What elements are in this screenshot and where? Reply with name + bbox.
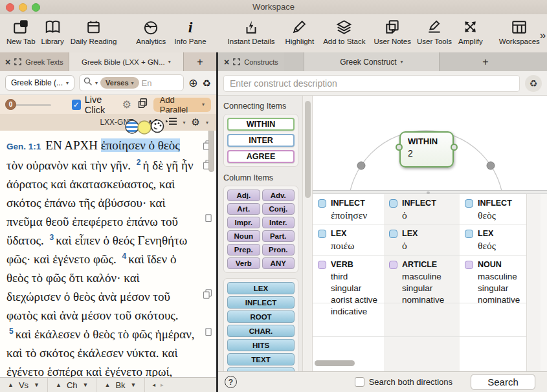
pos-impr-button[interactable]: Impr. [227, 217, 260, 228]
book-stepper[interactable]: ▲ Bk ▼ [96, 378, 144, 392]
grid-cell[interactable]: ARTICLE masculine singular nominative [384, 256, 460, 303]
copy-verse-icon[interactable] [202, 289, 213, 299]
new-tab-button[interactable]: New Tab [6, 18, 36, 45]
up-arrow-icon[interactable]: ▲ [104, 382, 110, 388]
node-port-left[interactable] [396, 144, 403, 151]
tab-greek-bible[interactable]: Greek Bible (LXX + GN... ▾ [69, 52, 184, 71]
within-node[interactable]: WITHIN 2 [399, 131, 454, 168]
grid-cell-empty[interactable] [460, 303, 526, 337]
grid-cell[interactable]: INFLECT ἐποίησεν [313, 194, 384, 224]
grid-cell[interactable]: LEX θεός [460, 224, 526, 256]
lex-button[interactable]: LEX [227, 282, 295, 294]
pos-conj-button[interactable]: Conj. [262, 203, 295, 215]
toolbar-overflow-chevron[interactable]: » [540, 29, 546, 42]
pos-verb-button[interactable]: Verb [227, 257, 260, 269]
inflect-tag-icon[interactable] [318, 199, 326, 208]
search-input[interactable] [142, 78, 180, 88]
highlight-button[interactable]: Highlight [285, 18, 314, 45]
note-page-icon[interactable] [204, 327, 213, 337]
grid-cell-empty[interactable] [384, 303, 460, 337]
grid-vertical-scrollbar[interactable] [526, 194, 541, 371]
pos-noun-button[interactable]: Noun [227, 230, 260, 242]
analytics-button[interactable]: Analytics [136, 18, 166, 45]
note-page-icon[interactable] [204, 213, 213, 223]
palette-scrollbar[interactable] [302, 96, 313, 371]
grid-cell-empty[interactable] [384, 337, 460, 371]
add-tab-button[interactable]: + [184, 52, 216, 71]
pos-art-button[interactable]: Art. [227, 203, 260, 215]
lex-tag-icon[interactable] [318, 230, 326, 238]
text-button[interactable]: TEXT [227, 353, 295, 365]
close-zone-icon[interactable]: × [224, 58, 229, 67]
live-click-checkbox[interactable]: ✓ [72, 100, 81, 110]
library-button[interactable]: Library [41, 18, 64, 45]
refresh-recycle-icon[interactable]: ♻ [525, 75, 542, 92]
up-arrow-icon[interactable]: ▲ [56, 382, 61, 388]
text-display-icon[interactable] [166, 116, 177, 128]
pos-adj-button[interactable]: Adj. [227, 190, 260, 201]
grid-horizontal-scrollbar-thumb[interactable] [315, 360, 355, 366]
scripture-text-area[interactable]: Gen. 1:1ΕΝ ΑΡΧΗ ἐποίησεν ὁ θεὸς τὸν οὐρα… [0, 131, 216, 377]
grid-cell-empty[interactable] [313, 303, 384, 337]
noun-tag-icon[interactable] [465, 261, 473, 269]
article-tag-icon[interactable] [389, 261, 397, 269]
grid-cell[interactable]: LEX ὁ [384, 224, 460, 256]
workspaces-button[interactable]: Workspaces [499, 18, 540, 45]
live-click-gear-icon[interactable]: ⚙ [122, 100, 131, 110]
grid-cell[interactable]: LEX ποιέω [313, 224, 384, 256]
instant-details-button[interactable]: Instant Details [228, 18, 275, 45]
up-arrow-icon[interactable]: ▲ [8, 382, 14, 388]
user-notes-button[interactable]: User Notes [374, 18, 411, 45]
add-parallel-button[interactable]: Add Parallel ▾ [153, 98, 211, 112]
hits-button[interactable]: HITS [227, 339, 295, 351]
verb-tag-icon[interactable] [318, 261, 326, 269]
count-button[interactable]: COUNT [227, 367, 295, 371]
char-button[interactable]: CHAR. [227, 325, 295, 337]
lex-tag-icon[interactable] [465, 230, 473, 238]
down-arrow-icon[interactable]: ▼ [34, 382, 39, 388]
selected-words[interactable]: ἐποίησεν ὁ θεὸς [101, 138, 180, 152]
compare-pages-icon[interactable] [137, 98, 148, 111]
add-search-icon[interactable]: ⊕ [188, 78, 197, 89]
grid-cell-empty[interactable] [460, 337, 526, 371]
settings-gear-icon[interactable]: ⚙ [192, 118, 200, 127]
expand-zone-icon[interactable] [14, 56, 21, 68]
inflect-tag-icon[interactable] [389, 199, 397, 208]
search-both-directions-checkbox[interactable] [355, 377, 364, 387]
search-button[interactable]: Search [471, 374, 535, 390]
back-arrow-icon[interactable]: ◂ [153, 382, 156, 388]
palette-scrollbar-thumb[interactable] [305, 101, 311, 198]
inflect-button[interactable]: INFLECT [227, 296, 295, 309]
add-tab-button[interactable]: + [463, 52, 508, 71]
daily-reading-button[interactable]: Daily Reading [71, 18, 117, 45]
inter-button[interactable]: INTER [227, 134, 295, 147]
search-scope-pill[interactable]: Verses ▾ [100, 77, 139, 89]
highlight-palette-icons[interactable] [125, 118, 165, 138]
pos-part-button[interactable]: Part. [262, 230, 295, 242]
context-slider[interactable]: 0 [5, 99, 51, 111]
text-module-selector[interactable]: Greek Bible (... ▾ [5, 75, 74, 91]
text-scrollbar-thumb[interactable] [208, 131, 214, 172]
grid-cell[interactable]: INFLECT θεὸς [460, 194, 526, 224]
forward-arrow-icon[interactable]: ▸ [161, 382, 164, 388]
lex-tag-icon[interactable] [389, 230, 397, 238]
grid-cell-empty[interactable] [313, 337, 384, 371]
node-port-right[interactable] [451, 144, 458, 151]
down-arrow-icon[interactable]: ▼ [131, 382, 137, 388]
info-pane-button[interactable]: i Info Pane [174, 18, 206, 45]
grid-cell[interactable]: NOUN masculine singular nominative [460, 256, 526, 303]
user-tools-button[interactable]: User Tools [417, 18, 452, 45]
slider-knob[interactable]: 0 [5, 99, 16, 110]
root-button[interactable]: ROOT [227, 310, 295, 323]
agree-button[interactable]: AGREE [227, 150, 295, 163]
pos-prep-button[interactable]: Prep. [227, 244, 260, 256]
within-button[interactable]: WITHIN [227, 118, 295, 131]
close-zone-icon[interactable]: × [5, 58, 10, 67]
down-arrow-icon[interactable]: ▼ [83, 382, 89, 388]
grid-cell[interactable]: INFLECT ὁ [384, 194, 460, 224]
chevron-down-icon[interactable]: ▾ [95, 80, 98, 86]
help-icon[interactable]: ? [225, 376, 237, 388]
construct-description-input[interactable] [223, 75, 520, 92]
inflect-tag-icon[interactable] [465, 199, 473, 208]
pos-inter-button[interactable]: Inter. [262, 217, 295, 228]
